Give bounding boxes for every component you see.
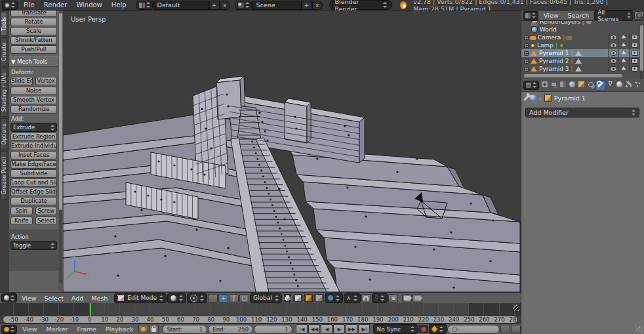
menu-view[interactable]: View [539, 10, 563, 20]
smooth-vertex-button[interactable]: Smooth Vertex [10, 96, 57, 104]
expand-icon[interactable] [524, 67, 529, 72]
active-keying-set-field[interactable] [447, 325, 500, 334]
scrollbar-thumb[interactable] [640, 25, 643, 71]
vertex-slide-button[interactable]: Vertex [35, 77, 58, 85]
outliner-vscrollbar[interactable] [640, 24, 643, 83]
select-button[interactable]: Select [35, 217, 58, 225]
frame-end-field[interactable]: End:250 [208, 325, 253, 334]
outliner-item-renderlayers[interactable]: RenderLayers| [521, 21, 639, 26]
scene-browse-button[interactable] [235, 1, 252, 10]
extrude-region-button[interactable]: Extrude Region [10, 133, 57, 141]
shelf-tab-create[interactable]: Create [0, 37, 7, 66]
properties-tab-object[interactable] [577, 80, 586, 89]
edge-select-button[interactable] [293, 294, 303, 303]
mode-dropdown[interactable]: Edit Mode [114, 293, 167, 303]
snap-toggle-button[interactable] [361, 294, 371, 303]
rotate-button[interactable]: Rotate [10, 18, 57, 26]
jump-to-start-button[interactable]: |◀ [296, 324, 308, 334]
current-frame-cursor[interactable] [90, 303, 91, 316]
menu-frame[interactable]: Frame [72, 324, 101, 334]
offset-edge-slide-button[interactable]: Offset Edge Slide [10, 188, 57, 196]
viewport-canvas[interactable]: x y z [63, 10, 521, 292]
falloff-dropdown[interactable]: ∧ [344, 293, 361, 303]
make-edge-face-button[interactable]: Make Edge/Face [10, 160, 57, 169]
visibility-toggle[interactable] [608, 41, 618, 49]
selectability-toggle[interactable] [618, 33, 629, 41]
outliner-search-button[interactable] [634, 11, 644, 20]
properties-tab-scene[interactable] [559, 80, 567, 89]
rotate-manipulator-button[interactable]: ⌡ [229, 294, 239, 303]
insert-keyframe-button[interactable] [500, 325, 510, 333]
preview-range-button[interactable] [138, 325, 148, 333]
outliner-hscrollbar[interactable] [524, 74, 622, 77]
expand-icon[interactable] [524, 43, 529, 48]
selectability-toggle[interactable] [618, 57, 629, 65]
expand-icon[interactable] [524, 51, 529, 56]
renderability-toggle[interactable] [629, 49, 639, 57]
editor-type-info-button[interactable] [2, 1, 18, 10]
properties-tab-material[interactable] [615, 80, 624, 89]
editor-type-timeline-button[interactable] [1, 325, 17, 334]
editor-type-view3d-button[interactable] [1, 293, 17, 303]
menu-window[interactable]: Window [71, 0, 106, 10]
timeline-resize-corner[interactable] [513, 304, 519, 311]
opengl-render-button[interactable] [402, 294, 412, 303]
screw-button[interactable]: Screw [35, 207, 58, 215]
properties-tab-object-data[interactable] [606, 80, 614, 89]
limit-to-visible-button[interactable] [314, 294, 324, 303]
menu-help[interactable]: Help [107, 0, 131, 10]
mesh-tools-panel-header[interactable]: ▼ Mesh Tools [9, 56, 58, 67]
snap-element-dropdown[interactable]: ⌷ [372, 293, 388, 303]
subdivide-button[interactable]: Subdivide [10, 169, 57, 178]
duplicate-button[interactable]: Duplicate [10, 197, 57, 205]
properties-resize-corner[interactable] [636, 326, 643, 333]
visibility-toggle[interactable] [608, 49, 618, 57]
face-select-button[interactable] [304, 294, 313, 303]
opengl-render-anim-button[interactable] [413, 294, 422, 303]
outliner-item-pyramid-1[interactable]: Pyramid 1| [521, 49, 639, 57]
selectability-toggle[interactable] [618, 49, 629, 57]
renderability-toggle[interactable] [629, 41, 639, 49]
properties-tab-modifiers[interactable] [595, 80, 605, 91]
renderability-toggle[interactable] [629, 65, 639, 73]
manipulator-toggle-button[interactable] [208, 294, 218, 303]
layout-name-field[interactable]: Default [153, 1, 209, 10]
pivot-point-dropdown[interactable] [187, 293, 207, 303]
editor-type-properties-button[interactable] [523, 81, 539, 90]
jump-to-end-button[interactable]: ▶| [358, 324, 370, 334]
menu-playback[interactable]: Playback [101, 324, 138, 334]
vertex-select-button[interactable] [283, 294, 292, 303]
properties-tab-render-layers[interactable] [550, 80, 558, 89]
prev-keyframe-button[interactable]: ◀◀ [308, 324, 320, 334]
pin-icon[interactable] [523, 95, 529, 101]
menu-add[interactable]: Add [68, 293, 87, 303]
menu-search[interactable]: Search [563, 10, 594, 20]
translate-manipulator-button[interactable]: + [218, 294, 228, 303]
visibility-toggle[interactable] [608, 33, 618, 41]
outliner-item-lamp[interactable]: Lamp| [521, 41, 639, 49]
loop-cut-and-slide-button[interactable]: Loop Cut and Slide [10, 178, 57, 187]
renderability-toggle[interactable] [629, 33, 639, 41]
scale-manipulator-button[interactable]: □ [239, 294, 249, 303]
frame-start-field[interactable]: Start:1 [162, 325, 207, 334]
inset-faces-button[interactable]: Inset Faces [10, 151, 57, 159]
layout-delete-button[interactable]: x [220, 1, 230, 10]
menu-mesh[interactable]: Mesh [87, 293, 111, 303]
layout-add-button[interactable]: + [209, 1, 220, 10]
next-keyframe-button[interactable]: ▶▶ [346, 324, 357, 334]
tool-shelf-scrollbar[interactable] [59, 13, 62, 283]
viewport-shading-dropdown[interactable] [167, 293, 186, 303]
randomize-button[interactable]: Randomize [10, 105, 57, 114]
properties-tab-constraints[interactable] [586, 80, 595, 89]
shelf-tab-tools[interactable]: Tools [0, 12, 7, 36]
render-engine-dropdown[interactable]: Blender Render [329, 0, 393, 10]
spin-button[interactable]: Spin [10, 207, 33, 215]
properties-tab-particles[interactable] [634, 80, 642, 89]
timeline-track[interactable] [0, 303, 521, 316]
translate-button[interactable]: Translate [10, 10, 57, 17]
visibility-toggle[interactable] [608, 65, 618, 73]
menu-marker[interactable]: Marker [42, 324, 73, 334]
current-frame-field[interactable]: 1 [254, 325, 292, 334]
push-pull-button[interactable]: Push/Pull [10, 45, 57, 54]
menu-select[interactable]: Select [41, 293, 68, 303]
